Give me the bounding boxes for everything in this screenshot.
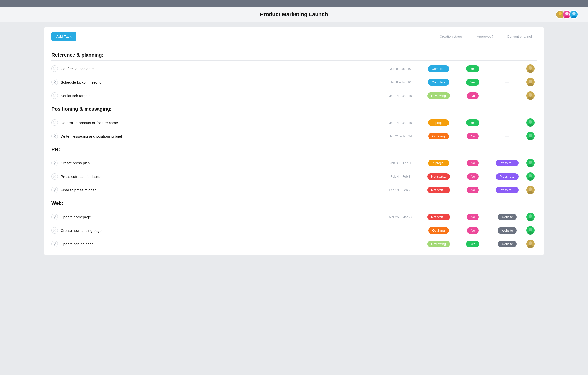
task-check-icon[interactable] — [51, 241, 58, 247]
stage-badge: Not start... — [427, 173, 450, 180]
task-stage[interactable]: Not start... — [421, 214, 456, 220]
svg-point-37 — [529, 214, 532, 218]
svg-point-44 — [528, 245, 533, 248]
task-check-icon[interactable] — [51, 65, 58, 72]
task-stage[interactable]: Not start... — [421, 187, 456, 193]
task-channel[interactable]: — — [490, 120, 524, 125]
task-row[interactable]: Press outreach for launchFeb 4 – Feb 8No… — [51, 170, 537, 183]
task-assignee[interactable] — [524, 78, 537, 86]
section-positioning-messaging: Positioning & messaging:Determine produc… — [51, 102, 537, 143]
task-approved[interactable]: No — [456, 92, 490, 99]
add-task-button[interactable]: Add Task — [51, 32, 76, 41]
section-reference-planning: Reference & planning:Confirm launch date… — [51, 48, 537, 102]
task-dates: Mar 25 – Mar 27 — [380, 215, 421, 219]
task-check-icon[interactable] — [51, 119, 58, 126]
task-dates: Jan 8 – Jan 10 — [380, 80, 421, 84]
task-row[interactable]: Set launch targetsJan 14 – Jan 16Reviewi… — [51, 89, 537, 102]
task-channel[interactable]: Website — [490, 214, 524, 220]
task-channel[interactable]: — — [490, 134, 524, 138]
task-check-icon[interactable] — [51, 79, 58, 85]
task-assignee[interactable] — [524, 132, 537, 140]
task-check-icon[interactable] — [51, 187, 58, 193]
task-row[interactable]: Create new landing pageOutliningNoWebsit… — [51, 224, 537, 237]
task-approved[interactable]: Yes — [456, 79, 490, 86]
task-assignee[interactable] — [524, 226, 537, 235]
channel-badge: Website — [498, 227, 517, 234]
svg-point-31 — [529, 174, 532, 177]
task-approved[interactable]: Yes — [456, 119, 490, 126]
svg-point-13 — [529, 66, 532, 70]
task-name: Update pricing page — [61, 242, 380, 246]
task-assignee[interactable] — [524, 159, 537, 167]
task-approved[interactable]: No — [456, 187, 490, 193]
task-row[interactable]: Schedule kickoff meetingJan 8 – Jan 10Co… — [51, 75, 537, 89]
task-channel[interactable]: — — [490, 66, 524, 71]
task-row[interactable]: Update pricing pageReviewingYesWebsite — [51, 237, 537, 250]
task-stage[interactable]: Complete — [421, 79, 456, 86]
task-stage[interactable]: Reviewing — [421, 241, 456, 247]
approved-badge: No — [467, 160, 479, 166]
task-approved[interactable]: Yes — [456, 241, 490, 247]
task-approved[interactable]: No — [456, 214, 490, 220]
task-stage[interactable]: Not start... — [421, 173, 456, 180]
task-row[interactable]: Determine product or feature nameJan 14 … — [51, 116, 537, 129]
task-stage[interactable]: Complete — [421, 65, 456, 72]
svg-point-21 — [53, 121, 56, 124]
task-channel[interactable]: Website — [490, 241, 524, 247]
task-stage[interactable]: Outlining — [421, 133, 456, 139]
task-assignee[interactable] — [524, 186, 537, 194]
task-check-icon[interactable] — [51, 214, 58, 220]
svg-point-38 — [528, 218, 533, 221]
task-channel[interactable]: Website — [490, 227, 524, 234]
task-assignee[interactable] — [524, 118, 537, 127]
task-stage[interactable]: In progr... — [421, 160, 456, 166]
task-approved[interactable]: No — [456, 227, 490, 234]
svg-point-35 — [528, 191, 533, 194]
task-check-icon[interactable] — [51, 227, 58, 234]
svg-point-42 — [53, 242, 56, 246]
header-avatars — [556, 10, 578, 19]
svg-point-32 — [528, 177, 533, 181]
task-assignee[interactable] — [524, 64, 537, 73]
task-channel[interactable]: — — [490, 80, 524, 84]
task-approved[interactable]: No — [456, 133, 490, 139]
svg-point-14 — [528, 70, 533, 73]
task-approved[interactable]: No — [456, 173, 490, 180]
task-approved[interactable]: No — [456, 160, 490, 166]
stage-badge: Complete — [428, 65, 449, 72]
task-channel[interactable]: Press rel... — [490, 173, 524, 180]
task-row[interactable]: Write messaging and positioning briefJan… — [51, 129, 537, 143]
task-assignee[interactable] — [524, 240, 537, 248]
task-check-icon[interactable] — [51, 133, 58, 139]
task-check-icon[interactable] — [51, 173, 58, 180]
task-assignee[interactable] — [524, 91, 537, 100]
task-row[interactable]: Confirm launch dateJan 8 – Jan 10Complet… — [51, 62, 537, 75]
section-title: Positioning & messaging: — [51, 102, 537, 114]
svg-point-16 — [529, 80, 532, 83]
svg-point-29 — [528, 164, 533, 167]
task-approved[interactable]: Yes — [456, 65, 490, 72]
avatar-3[interactable] — [569, 10, 578, 19]
task-check-icon[interactable] — [51, 160, 58, 166]
stage-badge: Not start... — [427, 214, 450, 220]
task-stage[interactable]: In progr... — [421, 119, 456, 126]
task-check-icon[interactable] — [51, 92, 58, 99]
task-assignee[interactable] — [524, 213, 537, 221]
channel-dash: — — [505, 134, 509, 138]
approved-badge: No — [467, 214, 479, 220]
svg-point-34 — [529, 188, 532, 191]
task-row[interactable]: Create press planJan 30 – Feb 1In progr.… — [51, 156, 537, 170]
task-row[interactable]: Update homepageMar 25 – Mar 27Not start.… — [51, 210, 537, 224]
approved-badge: Yes — [466, 241, 479, 247]
task-assignee[interactable] — [524, 172, 537, 181]
task-channel[interactable]: Press rel... — [490, 160, 524, 166]
task-row[interactable]: Finalize press releaseFeb 19 – Feb 28Not… — [51, 183, 537, 197]
task-channel[interactable]: Press rel... — [490, 187, 524, 193]
task-stage[interactable]: Reviewing — [421, 92, 456, 99]
task-stage[interactable]: Outlining — [421, 227, 456, 234]
channel-dash: — — [505, 66, 509, 71]
channel-dash: — — [505, 80, 509, 84]
task-channel[interactable]: — — [490, 93, 524, 98]
svg-point-26 — [528, 137, 533, 140]
section-divider — [51, 114, 537, 114]
